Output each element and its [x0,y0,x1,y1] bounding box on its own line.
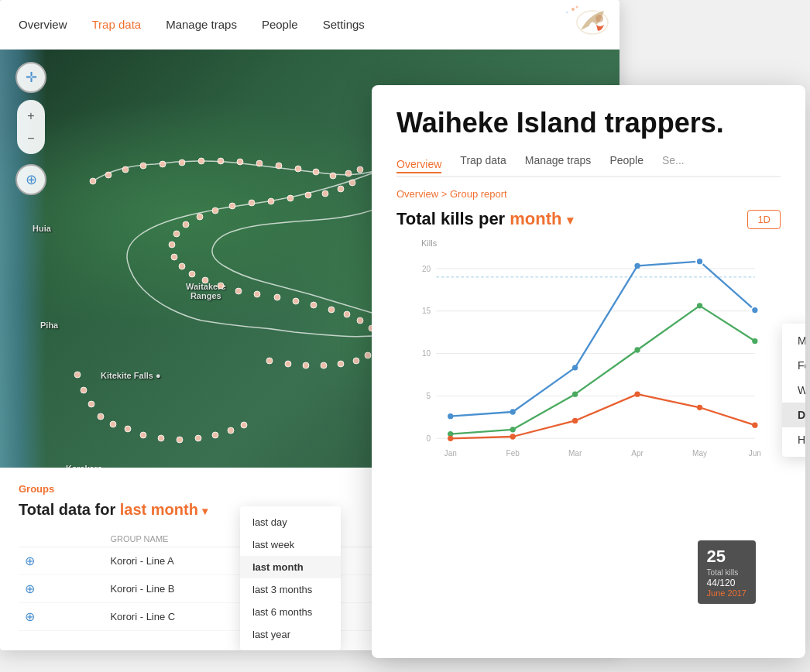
svg-point-93 [448,436,453,441]
compass-button[interactable]: ✛ [15,62,46,93]
front-card: Waiheke Island trappers. Overview Trap d… [372,85,805,658]
bird-logo [550,3,612,46]
svg-text:Mar: Mar [568,450,582,458]
period-option-lastday[interactable]: last day [240,511,341,533]
tooltip-kills: 25 [707,547,747,567]
period-option-lastweek[interactable]: last week [240,533,341,556]
breadcrumb: Overview > Group report [372,177,805,200]
front-nav-overview[interactable]: Overview [396,158,441,173]
chart-svg: 20 15 10 5 0 [415,251,762,499]
svg-point-82 [510,410,516,415]
back-nav-managetraps[interactable]: Manage traps [166,18,237,31]
svg-text:Feb: Feb [506,450,520,458]
svg-point-3 [576,6,578,9]
btn-1d[interactable]: 1D [747,210,781,229]
period-dropdown-back: last day last week last month last 3 mon… [240,506,341,650]
tooltip-sub: 44/120 [707,578,747,588]
zoom-in[interactable]: + [27,109,34,123]
svg-point-84 [634,263,640,269]
svg-text:5: 5 [427,392,431,400]
svg-point-85 [696,259,703,266]
back-nav-trapdata[interactable]: Trap data [92,18,142,31]
svg-point-88 [510,427,516,433]
tooltip-kills-label: Total kills [707,568,739,577]
period-option-lastyear[interactable]: last year [240,623,341,646]
front-header: Waiheke Island trappers. Overview Trap d… [372,85,805,177]
front-nav-settings[interactable]: Se... [662,154,685,168]
svg-text:0: 0 [427,434,431,443]
table-title-prefix: Total data for [19,501,120,518]
svg-point-94 [510,434,516,440]
back-nav-people[interactable]: People [262,18,298,31]
front-period-day[interactable]: Day [782,403,805,427]
front-nav: Overview Trap data Manage traps People S… [396,154,781,177]
period-option-last3months[interactable]: last 3 months [240,578,341,601]
svg-point-2 [571,8,575,11]
period-option-lastmonth[interactable]: last month [240,556,341,578]
front-period-week[interactable]: Week [782,378,805,403]
chart-section: Total kills per month ▾ 1D Kills 20 15 1… [372,200,805,502]
svg-text:Jan: Jan [444,450,457,458]
back-nav-settings[interactable]: Settings [323,18,365,31]
period-selector[interactable]: month ▾ [510,209,572,228]
svg-text:20: 20 [422,265,431,273]
map-label-huia: Huia [33,224,51,233]
chart-title-row: Total kills per month ▾ 1D [396,209,781,229]
svg-point-97 [697,405,702,410]
table-period[interactable]: last month ▾ [120,501,208,518]
svg-text:10: 10 [422,350,431,358]
front-title: Waiheke Island trappers. [396,107,781,139]
svg-text:Apr: Apr [631,450,644,458]
front-period-hour[interactable]: Hour [782,427,805,452]
map-label-waitakere: WaitakereRanges [186,282,226,300]
zoom-controls: + − [17,100,45,154]
target-button[interactable]: ⊕ [15,164,46,195]
svg-point-91 [697,303,702,309]
svg-text:Jun: Jun [749,450,761,458]
map-label-kitekite: Kitekite Falls ● [101,371,161,380]
tooltip-date: June 2017 [707,588,747,598]
svg-point-4 [566,12,568,13]
col-icon [19,531,104,547]
svg-point-89 [572,392,578,397]
trap-icon: ⊕ [25,582,35,595]
trap-icon: ⊕ [25,554,35,567]
svg-point-1 [595,15,603,22]
chart-tooltip: 25 Total kills 44/120 June 2017 [698,540,756,604]
trap-icon: ⊕ [25,610,35,623]
zoom-out[interactable]: − [27,132,34,146]
svg-text:May: May [692,450,707,458]
back-nav-overview[interactable]: Overview [19,18,67,31]
front-period-month[interactable]: Month [782,328,805,353]
chart-container: Kills 20 15 10 5 0 [396,238,781,502]
front-nav-managetraps[interactable]: Manage traps [525,154,592,168]
svg-point-92 [752,338,757,344]
map-label-piha: Piha [40,321,58,330]
svg-point-0 [577,11,608,34]
svg-point-86 [751,307,758,314]
period-option-last6months[interactable]: last 6 months [240,601,341,623]
map-label-karekare: Karekare [66,464,102,468]
chart-title: Total kills per month ▾ [396,209,573,229]
period-dropdown-front: Month Fortnight Week Day Hour [782,324,805,457]
chart-y-label: Kills [415,238,762,248]
svg-point-90 [634,348,640,353]
svg-point-96 [634,392,640,397]
back-nav: Overview Trap data Manage traps People S… [0,0,620,50]
svg-point-81 [448,413,453,419]
svg-point-98 [752,423,757,428]
svg-text:15: 15 [422,307,431,316]
front-period-fortnight[interactable]: Fortnight [782,353,805,378]
svg-point-95 [572,418,578,423]
front-nav-trapdata[interactable]: Trap data [460,154,506,168]
svg-point-83 [572,365,578,371]
front-nav-people[interactable]: People [609,154,644,168]
